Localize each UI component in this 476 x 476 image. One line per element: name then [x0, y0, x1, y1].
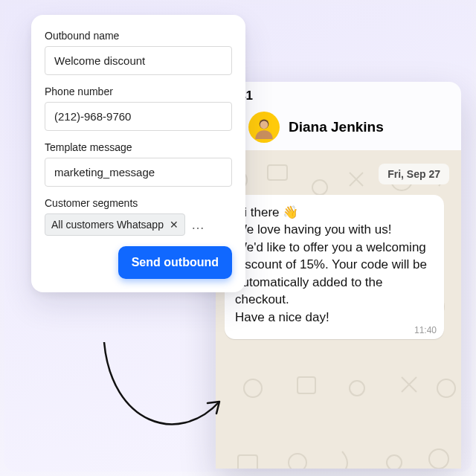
send-outbound-button[interactable]: Send outbound — [118, 246, 232, 279]
chat-preview-phone: 9:41 Diana Jenkins — [216, 82, 461, 469]
field-template-message: Template message — [45, 141, 232, 187]
close-icon[interactable]: ✕ — [170, 219, 178, 230]
field-outbound-name: Outbound name — [45, 30, 232, 75]
svg-rect-17 — [238, 455, 257, 469]
input-outbound-name[interactable] — [45, 46, 232, 75]
svg-point-18 — [289, 454, 306, 469]
chat-message-text: Hi there 👋 We love having you with us! W… — [235, 205, 427, 324]
svg-point-15 — [350, 381, 364, 396]
segment-chip-label: All customers Whatsapp — [51, 219, 164, 231]
input-template-message[interactable] — [45, 158, 232, 187]
svg-point-13 — [244, 379, 262, 397]
phone-statusbar: 9:41 — [216, 82, 461, 110]
svg-point-19 — [387, 455, 402, 469]
svg-point-16 — [437, 379, 455, 397]
chat-body: Fri, Sep 27 Hi there 👋 We love having yo… — [216, 150, 461, 469]
label-template-message: Template message — [45, 141, 232, 153]
label-phone-number: Phone number — [45, 86, 232, 97]
more-segments-ellipsis: … — [191, 217, 205, 233]
chat-date-pill: Fri, Sep 27 — [379, 164, 449, 184]
chat-message-bubble: Hi there 👋 We love having you with us! W… — [225, 195, 444, 339]
label-customer-segments: Customer segments — [45, 197, 232, 209]
svg-point-20 — [429, 449, 448, 469]
segment-chip[interactable]: All customers Whatsapp ✕ — [45, 213, 185, 236]
field-customer-segments: Customer segments All customers Whatsapp… — [45, 197, 232, 236]
svg-point-1 — [260, 121, 268, 129]
contact-name: Diana Jenkins — [289, 119, 384, 135]
svg-rect-14 — [298, 377, 315, 393]
chat-header: Diana Jenkins — [216, 110, 461, 150]
segments-chips: All customers Whatsapp ✕ … — [45, 213, 232, 236]
avatar[interactable] — [248, 112, 280, 143]
input-phone-number[interactable] — [45, 102, 232, 131]
field-phone-number: Phone number — [45, 86, 232, 131]
label-outbound-name: Outbound name — [45, 30, 232, 42]
chat-message-time: 11:40 — [414, 324, 437, 337]
outbound-form-card: Outbound name Phone number Template mess… — [31, 15, 245, 292]
